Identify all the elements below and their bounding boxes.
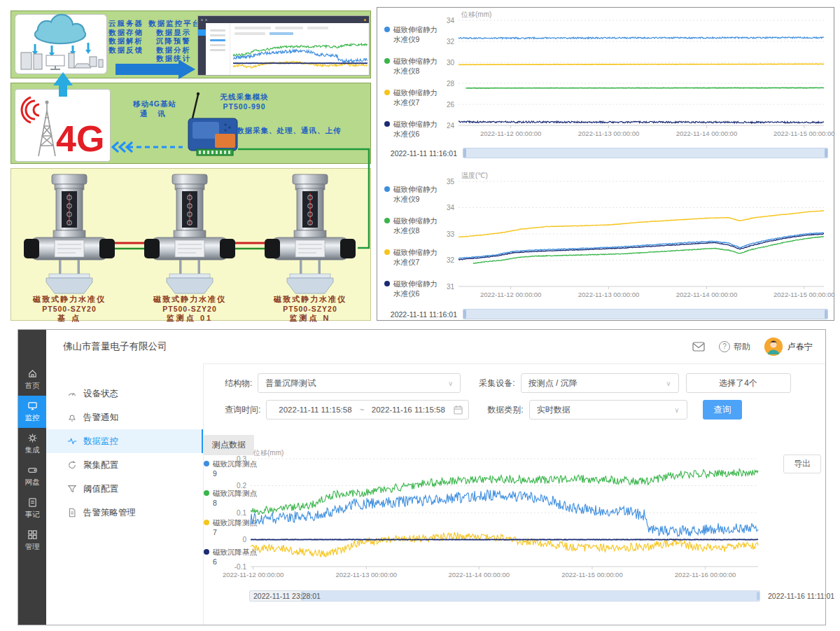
- cloud-server-feature-list: 云服务器 数据存储 数据解析 数据反馈: [108, 19, 144, 54]
- svg-text:31: 31: [447, 283, 455, 291]
- legend-label: 磁致伸缩静力水准仪7: [393, 247, 438, 267]
- question-icon: [719, 341, 730, 352]
- dashboard-thumbnail: [197, 15, 370, 76]
- export-button[interactable]: 导出: [783, 455, 821, 473]
- user-menu[interactable]: 卢春宁: [764, 338, 813, 356]
- sidebar-item-label: 网盘: [25, 478, 40, 487]
- scroll-handle-left[interactable]: [463, 310, 466, 319]
- svg-text:2022-11-13 00:00:00: 2022-11-13 00:00:00: [578, 291, 640, 298]
- temperature-chart[interactable]: 35343332312022-11-12 00:00:002022-11-13 …: [439, 172, 828, 305]
- svg-text:2022-11-13 00:00:00: 2022-11-13 00:00:00: [336, 571, 398, 578]
- sidebar-item-home[interactable]: 首页: [18, 363, 46, 396]
- device-label: 采集设备:: [479, 377, 514, 389]
- svg-text:温度(℃): 温度(℃): [461, 172, 488, 179]
- scroll-handle-right[interactable]: [825, 310, 827, 319]
- structure-value: 普量沉降测试: [265, 377, 316, 389]
- sidebar-item-integration[interactable]: 集成: [18, 428, 46, 460]
- menu-item-threshold-config[interactable]: 阈值配置: [46, 477, 203, 501]
- svg-text:32: 32: [447, 256, 455, 264]
- legend-item[interactable]: 磁致伸缩静力水准仪8: [384, 56, 440, 76]
- legend-dot: [384, 218, 390, 223]
- menu-item-label: 数据监控: [83, 436, 118, 448]
- scroll-handle-right[interactable]: [825, 148, 827, 158]
- menu-item-device-status[interactable]: 设备状态: [46, 382, 203, 405]
- menu-item-alert-notify[interactable]: 告警通知: [46, 405, 203, 429]
- scroll-handle-right[interactable]: [757, 592, 760, 600]
- time-range-scrollbar[interactable]: 2022-11-11 23:28:01 2022-11-16 11:11:01: [249, 590, 760, 602]
- category-select[interactable]: 实时数据: [529, 400, 687, 419]
- sensor-label: 磁致式静力水准仪 PT500-SZY20 监测点 N: [258, 295, 363, 324]
- query-button[interactable]: 查询: [703, 400, 742, 419]
- svg-text:2022-11-14 00:00:00: 2022-11-14 00:00:00: [676, 130, 738, 137]
- legend-dot: [204, 461, 209, 466]
- menu-item-alert-strategy[interactable]: 告警策略管理: [46, 501, 203, 525]
- main-displacement-chart[interactable]: 0.30.20.10-0.12022-11-12 00:00:002022-11…: [232, 448, 762, 583]
- displacement-legend: 磁致伸缩静力水准仪9磁致伸缩静力水准仪8磁致伸缩静力水准仪7磁致伸缩静力水准仪6: [384, 25, 440, 139]
- svg-text:32: 32: [447, 38, 455, 46]
- selected-count-box[interactable]: 选择了4个: [686, 373, 791, 393]
- legend-label: 磁致伸缩静力水准仪9: [393, 184, 438, 204]
- category-value: 实时数据: [537, 404, 570, 416]
- device-select[interactable]: 按测点 / 沉降: [521, 373, 679, 393]
- grid-icon: [27, 529, 38, 540]
- calendar-icon: [454, 405, 463, 415]
- device-value: 按测点 / 沉降: [528, 377, 578, 389]
- time-label: 查询时间:: [225, 404, 260, 416]
- filter-icon: [67, 484, 77, 494]
- cloud-graphic-box: [15, 14, 107, 74]
- legend-item[interactable]: 磁致伸缩静力水准仪6: [384, 119, 440, 139]
- legend-dot: [384, 90, 390, 95]
- sensors-box: 磁致式静力水准仪 PT500-SZY20 基 点 磁致式静力水准仪 PT500-…: [10, 168, 371, 321]
- structure-select[interactable]: 普量沉降测试: [258, 373, 461, 393]
- svg-text:2022-11-13 00:00:00: 2022-11-13 00:00:00: [578, 130, 640, 137]
- g4-tower-graphic: 4G: [15, 90, 108, 160]
- svg-text:2022-11-12 00:00:00: 2022-11-12 00:00:00: [480, 130, 542, 137]
- legend-label: 磁致伸缩静力水准仪9: [393, 25, 438, 44]
- sidebar-item-monitor[interactable]: 监控: [18, 396, 46, 428]
- sidebar-item-journal[interactable]: 事记: [18, 492, 46, 525]
- legend-dot: [204, 490, 209, 496]
- legend-item[interactable]: 磁致伸缩静力水准仪7: [384, 88, 440, 107]
- thumbnail-sidebar: [198, 23, 206, 75]
- menu-item-label: 阈值配置: [83, 483, 118, 495]
- legend-item[interactable]: 磁致伸缩静力水准仪9: [384, 184, 440, 204]
- sidebar-item-label: 首页: [25, 381, 40, 391]
- monitor-icon: [27, 401, 38, 411]
- svg-text:2022-11-12 00:00:00: 2022-11-12 00:00:00: [223, 571, 284, 578]
- legend-dot: [384, 186, 390, 192]
- legend-item[interactable]: 磁致伸缩静力水准仪8: [384, 216, 440, 235]
- platform-feature: 沉降预警: [148, 36, 201, 46]
- legend-dot: [384, 249, 390, 255]
- scroll-handle-left[interactable]: [463, 148, 466, 158]
- svg-text:-0.1: -0.1: [234, 563, 247, 571]
- legend-item[interactable]: 磁致伸缩静力水准仪9: [384, 25, 440, 44]
- sidebar-item-label: 管理: [25, 542, 40, 552]
- thumbnail-mini-chart: [232, 39, 369, 74]
- time-range-scrollbar[interactable]: [463, 309, 828, 319]
- help-button[interactable]: 帮助: [719, 341, 750, 353]
- app-header: 佛山市普量电子有限公司 帮助 卢春宁: [46, 330, 825, 364]
- menu-item-aggreg-config[interactable]: 聚集配置: [46, 453, 203, 477]
- sensor-label: 磁致式静力水准仪 PT500-SZY20 基 点: [17, 295, 122, 324]
- username: 卢春宁: [788, 341, 813, 353]
- svg-text:2022-11-14 00:00:00: 2022-11-14 00:00:00: [676, 291, 738, 298]
- time-range-picker[interactable]: 2022-11-11 11:15:58 ~ 2022-11-16 11:15:5…: [266, 400, 469, 419]
- svg-text:24: 24: [447, 122, 455, 130]
- mail-icon[interactable]: [692, 342, 705, 352]
- g4-station-label: 移动4G基站 通 讯: [116, 99, 193, 118]
- legend-dot: [204, 549, 209, 555]
- svg-text:2022-11-15 00:00:00: 2022-11-15 00:00:00: [774, 291, 835, 298]
- cloud-feature: 数据存储: [108, 28, 144, 37]
- journal-icon: [27, 497, 38, 508]
- sidebar-item-netdisk[interactable]: 网盘: [18, 460, 46, 492]
- legend-item[interactable]: 磁致伸缩静力水准仪6: [384, 279, 440, 298]
- time-separator: ~: [358, 405, 365, 414]
- platform-feature: 数据分析: [148, 46, 201, 55]
- time-range-scrollbar[interactable]: [463, 148, 828, 158]
- displacement-chart[interactable]: 3432302826242022-11-12 00:00:002022-11-1…: [439, 11, 828, 144]
- sidebar-item-admin[interactable]: 管理: [18, 525, 46, 557]
- legend-item[interactable]: 磁致伸缩静力水准仪7: [384, 247, 440, 267]
- menu-item-data-monitor[interactable]: 数据监控: [46, 429, 203, 453]
- category-label: 数据类别:: [487, 404, 523, 416]
- transmission-box: 4G 移动4G基站 通 讯 无线采集模块 PT500-990 数据: [10, 83, 371, 164]
